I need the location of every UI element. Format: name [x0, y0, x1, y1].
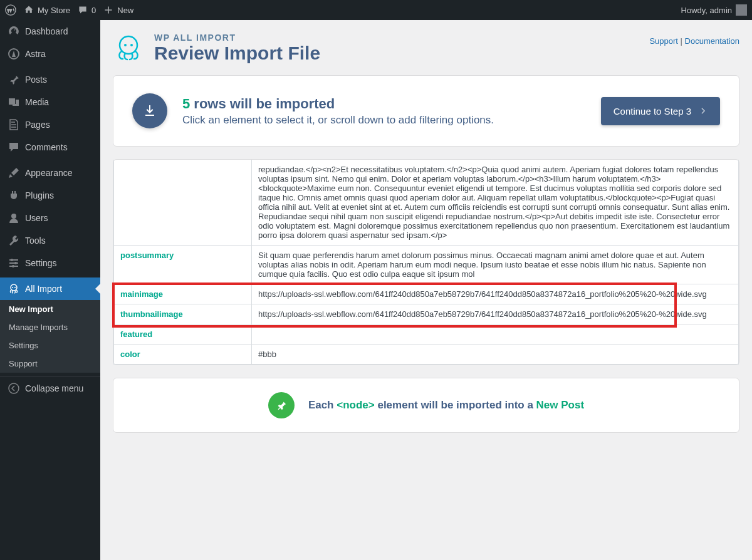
data-table: repudiandae.</p><n2>Et necessitatibus vo… — [113, 160, 739, 365]
sidebar-item-media[interactable]: Media — [0, 91, 100, 113]
footer-text: Each <node> element will be imported int… — [308, 399, 584, 412]
page-title: Review Import File — [154, 43, 320, 64]
pin-circle-icon — [268, 392, 295, 418]
sidebar-item-dashboard[interactable]: Dashboard — [0, 20, 100, 43]
field-key[interactable]: postsummary — [114, 246, 252, 284]
sidebar-item-astra[interactable]: Astra — [0, 43, 100, 65]
field-value[interactable]: repudiandae.</p><n2>Et necessitatibus vo… — [252, 160, 739, 246]
svg-point-10 — [9, 383, 19, 393]
sidebar-item-settings[interactable]: Settings — [0, 252, 100, 274]
svg-point-6 — [12, 265, 14, 267]
submenu-new-import[interactable]: New Import — [0, 300, 100, 318]
download-icon — [132, 93, 167, 128]
sidebar-item-tools[interactable]: Tools — [0, 229, 100, 252]
sliders-icon — [8, 257, 20, 269]
svg-point-3 — [11, 214, 16, 219]
octopus-icon — [8, 283, 20, 295]
footer-panel: Each <node> element will be imported int… — [113, 378, 739, 433]
field-value[interactable]: #bbb — [252, 345, 739, 365]
site-name-link[interactable]: My Store — [24, 5, 70, 15]
field-value[interactable] — [252, 324, 739, 345]
pin-icon — [8, 73, 20, 86]
header-links: Support | Documentation — [649, 33, 739, 46]
media-icon — [8, 96, 20, 108]
comments-count: 0 — [91, 6, 96, 15]
sidebar-item-posts[interactable]: Posts — [0, 68, 100, 91]
svg-point-13 — [130, 44, 133, 46]
field-value[interactable]: Sit quam quae perferendis harum amet dol… — [252, 246, 739, 284]
account-menu[interactable]: Howdy, admin — [681, 4, 747, 16]
sidebar-item-appearance[interactable]: Appearance — [0, 162, 100, 184]
dashboard-icon — [8, 25, 20, 38]
field-key[interactable]: featured — [114, 324, 252, 345]
plug-icon — [8, 189, 20, 202]
howdy-text: Howdy, admin — [681, 6, 732, 15]
wp-logo[interactable] — [5, 4, 16, 16]
svg-point-12 — [124, 44, 127, 46]
admin-toolbar: My Store 0 New Howdy, admin — [0, 0, 752, 20]
sidebar-item-all-import[interactable]: All Import — [0, 277, 100, 300]
wpai-logo-icon — [113, 33, 144, 64]
admin-sidebar: Dashboard Astra Posts Media Pages Commen… — [0, 20, 100, 560]
comments-link[interactable]: 0 — [78, 5, 96, 15]
new-content-link[interactable]: New — [103, 5, 133, 15]
table-row[interactable]: repudiandae.</p><n2>Et necessitatibus vo… — [114, 160, 739, 246]
field-key[interactable] — [114, 160, 252, 246]
field-key[interactable]: thumbnailimage — [114, 304, 252, 324]
rows-heading: 5 rows will be imported — [182, 96, 494, 112]
svg-point-7 — [11, 284, 17, 291]
astra-icon — [8, 48, 20, 60]
svg-point-4 — [11, 259, 13, 261]
table-row[interactable]: color#bbb — [114, 345, 739, 365]
data-preview-panel: repudiandae.</p><n2>Et necessitatibus vo… — [113, 159, 739, 365]
user-icon — [8, 212, 20, 224]
field-key[interactable]: mainimage — [114, 284, 252, 304]
sidebar-item-pages[interactable]: Pages — [0, 113, 100, 136]
sidebar-submenu: New Import Manage Imports Settings Suppo… — [0, 300, 100, 373]
import-summary-panel: 5 rows will be imported Click an element… — [113, 75, 739, 147]
svg-point-8 — [12, 287, 13, 288]
support-link[interactable]: Support — [649, 36, 678, 46]
wrench-icon — [8, 234, 20, 247]
summary-subtext: Click an element to select it, or scroll… — [182, 114, 494, 127]
sidebar-item-users[interactable]: Users — [0, 207, 100, 229]
field-value[interactable]: https://uploads-ssl.webflow.com/641ff240… — [252, 284, 739, 304]
submenu-manage-imports[interactable]: Manage Imports — [0, 318, 100, 336]
svg-point-5 — [14, 262, 17, 264]
pages-icon — [8, 118, 20, 131]
submenu-support[interactable]: Support — [0, 355, 100, 373]
table-row[interactable]: postsummarySit quam quae perferendis har… — [114, 246, 739, 284]
collapse-icon — [8, 382, 20, 395]
collapse-menu-button[interactable]: Collapse menu — [0, 376, 100, 400]
brand-label: WP ALL IMPORT — [154, 33, 320, 43]
continue-button[interactable]: Continue to Step 3 — [601, 97, 720, 125]
table-row[interactable]: mainimagehttps://uploads-ssl.webflow.com… — [114, 284, 739, 304]
chevron-right-icon — [699, 106, 708, 115]
table-row[interactable]: thumbnailimagehttps://uploads-ssl.webflo… — [114, 304, 739, 324]
main-content: WP ALL IMPORT Review Import File Support… — [100, 20, 752, 560]
field-value[interactable]: https://uploads-ssl.webflow.com/641ff240… — [252, 304, 739, 324]
brush-icon — [8, 167, 20, 179]
table-row[interactable]: featured — [114, 324, 739, 345]
svg-point-9 — [14, 287, 16, 288]
avatar-icon — [736, 4, 747, 16]
submenu-settings[interactable]: Settings — [0, 336, 100, 355]
site-name: My Store — [38, 6, 70, 15]
new-label: New — [117, 6, 133, 15]
svg-point-2 — [10, 100, 13, 102]
comments-icon — [8, 141, 20, 153]
sidebar-item-plugins[interactable]: Plugins — [0, 184, 100, 207]
documentation-link[interactable]: Documentation — [685, 36, 739, 46]
field-key[interactable]: color — [114, 345, 252, 365]
sidebar-item-comments[interactable]: Comments — [0, 136, 100, 158]
